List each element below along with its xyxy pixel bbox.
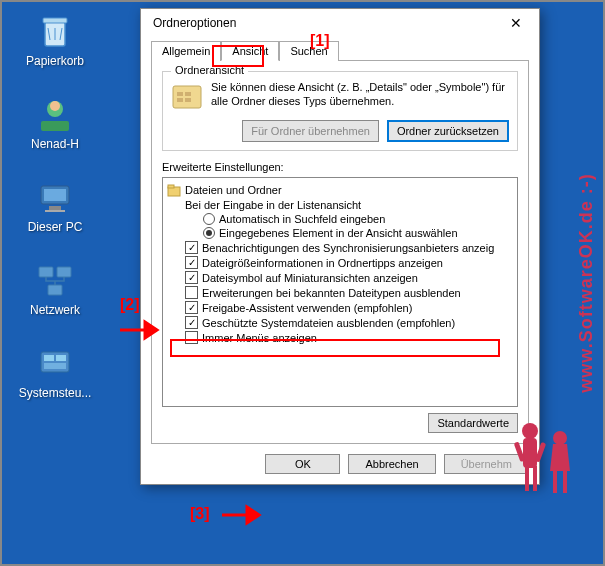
close-button[interactable]: ✕ xyxy=(501,15,531,31)
desktop-icon-user[interactable]: Nenad-H xyxy=(15,93,95,151)
advanced-label: Erweiterte Einstellungen: xyxy=(162,161,518,173)
folder-options-dialog: Ordneroptionen ✕ Allgemein Ansicht Suche… xyxy=(140,8,540,485)
defaults-button[interactable]: Standardwerte xyxy=(428,413,518,433)
desktop-label: Netzwerk xyxy=(15,303,95,317)
desktop-label: Nenad-H xyxy=(15,137,95,151)
svg-rect-1 xyxy=(43,18,67,23)
pc-icon xyxy=(35,176,75,216)
desktop-icon-control[interactable]: Systemsteu... xyxy=(15,342,95,400)
svg-rect-19 xyxy=(177,98,183,102)
svg-rect-9 xyxy=(39,267,53,277)
recycle-bin-icon xyxy=(35,10,75,50)
checkbox-icon[interactable] xyxy=(185,331,198,344)
svg-rect-30 xyxy=(553,471,557,493)
tree-item[interactable]: Immer Menüs anzeigen xyxy=(167,330,513,345)
svg-rect-11 xyxy=(48,285,62,295)
cancel-button[interactable]: Abbrechen xyxy=(348,454,435,474)
svg-rect-22 xyxy=(168,185,174,188)
checkbox-icon[interactable] xyxy=(185,301,198,314)
dialog-title: Ordneroptionen xyxy=(153,16,236,30)
desktop-label: Systemsteu... xyxy=(15,386,95,400)
tree-folder-label: Dateien und Ordner xyxy=(185,184,282,196)
tab-general[interactable]: Allgemein xyxy=(151,41,221,61)
tab-search[interactable]: Suchen xyxy=(279,41,338,61)
svg-rect-18 xyxy=(185,92,191,96)
checkbox-icon[interactable] xyxy=(185,241,198,254)
svg-rect-10 xyxy=(57,267,71,277)
folder-preview-icon xyxy=(171,80,203,112)
desktop-icon-network[interactable]: Netzwerk xyxy=(15,259,95,317)
ok-button[interactable]: OK xyxy=(265,454,340,474)
user-icon xyxy=(35,93,75,133)
group-description: Sie können diese Ansicht (z. B. „Details… xyxy=(211,80,509,109)
dialog-buttons: OK Abbrechen Übernehm xyxy=(141,444,539,484)
checkbox-icon[interactable] xyxy=(185,316,198,329)
svg-rect-13 xyxy=(44,355,54,361)
watermark-text: www.SoftwareOK.de :-) xyxy=(576,173,597,392)
control-panel-icon xyxy=(35,342,75,382)
svg-rect-6 xyxy=(44,189,66,201)
svg-rect-16 xyxy=(173,86,201,108)
checkbox-icon[interactable] xyxy=(185,286,198,299)
tree-item[interactable]: Freigabe-Assistent verwenden (empfohlen) xyxy=(167,300,513,315)
radio-icon[interactable] xyxy=(203,227,215,239)
desktop-icon-pc[interactable]: Dieser PC xyxy=(15,176,95,234)
arrow-icon xyxy=(217,500,267,530)
svg-rect-8 xyxy=(45,210,65,212)
svg-rect-14 xyxy=(56,355,66,361)
folder-view-group: Ordneransicht Sie können diese Ansicht (… xyxy=(162,71,518,151)
desktop-icon-recycle[interactable]: Papierkorb xyxy=(15,10,95,68)
annotation-3: [3] xyxy=(190,505,210,523)
reset-folders-button[interactable]: Ordner zurücksetzen xyxy=(387,120,509,142)
tree-item[interactable]: Geschützte Systemdateien ausblenden (emp… xyxy=(167,315,513,330)
advanced-settings-tree[interactable]: Dateien und Ordner Bei der Eingabe in de… xyxy=(162,177,518,407)
tab-panel: Ordneransicht Sie können diese Ansicht (… xyxy=(151,60,529,444)
svg-rect-17 xyxy=(177,92,183,96)
svg-point-29 xyxy=(553,431,567,445)
checkbox-icon[interactable] xyxy=(185,256,198,269)
tree-item[interactable]: Dateigrößeinformationen in Ordnertipps a… xyxy=(167,255,513,270)
tree-item[interactable]: Benachrichtigungen des Synchronisierungs… xyxy=(167,240,513,255)
apply-button[interactable]: Übernehm xyxy=(444,454,529,474)
tree-item-extensions[interactable]: Erweiterungen bei bekannten Dateitypen a… xyxy=(167,285,513,300)
tree-item[interactable]: Dateisymbol auf Miniaturansichten anzeig… xyxy=(167,270,513,285)
tree-folder-files[interactable]: Dateien und Ordner xyxy=(167,182,513,198)
group-title: Ordneransicht xyxy=(171,64,248,76)
svg-point-4 xyxy=(50,101,60,111)
tab-view[interactable]: Ansicht xyxy=(221,41,279,61)
tab-row: Allgemein Ansicht Suchen xyxy=(141,37,539,61)
svg-rect-2 xyxy=(41,121,69,131)
radio-icon[interactable] xyxy=(203,213,215,225)
tree-item[interactable]: Eingegebenes Element in der Ansicht ausw… xyxy=(167,226,513,240)
desktop-label: Papierkorb xyxy=(15,54,95,68)
svg-rect-15 xyxy=(44,363,66,369)
folder-icon xyxy=(167,183,181,197)
desktop: Papierkorb Nenad-H Dieser PC Netzwerk Sy… xyxy=(0,0,140,425)
network-icon xyxy=(35,259,75,299)
titlebar: Ordneroptionen ✕ xyxy=(141,9,539,37)
tree-item: Bei der Eingabe in der Listenansicht xyxy=(167,198,513,212)
svg-rect-7 xyxy=(49,206,61,210)
svg-rect-31 xyxy=(563,471,567,493)
apply-folders-button[interactable]: Für Ordner übernehmen xyxy=(242,120,379,142)
desktop-label: Dieser PC xyxy=(15,220,95,234)
checkbox-icon[interactable] xyxy=(185,271,198,284)
svg-rect-20 xyxy=(185,98,191,102)
tree-item[interactable]: Automatisch in Suchfeld eingeben xyxy=(167,212,513,226)
